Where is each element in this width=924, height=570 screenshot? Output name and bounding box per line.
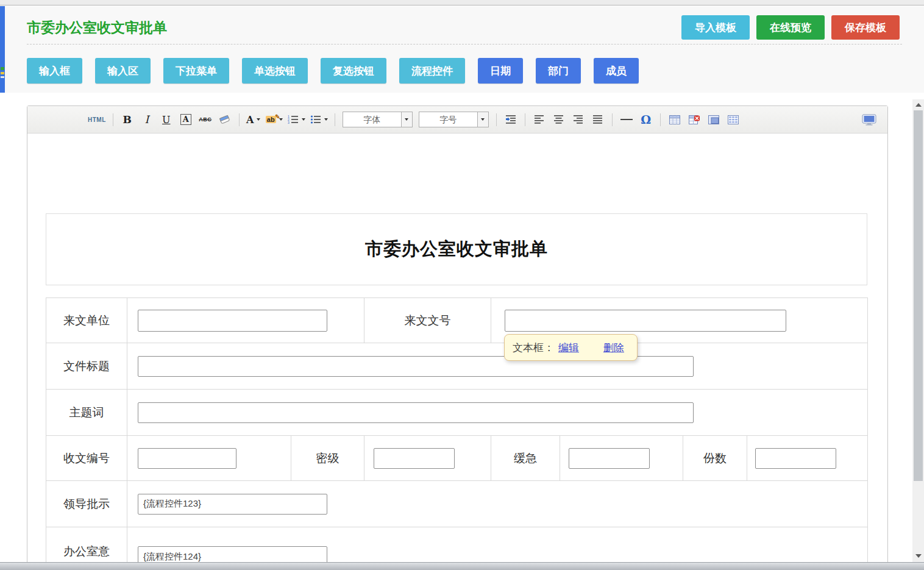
background-speck <box>1 67 4 70</box>
table-layout-icon <box>708 115 719 124</box>
add-checkbox-button[interactable]: 复选按钮 <box>321 58 386 84</box>
label-incoming-doc-number: 来文文号 <box>364 298 491 343</box>
vertical-scrollbar[interactable] <box>912 99 924 562</box>
window-bottom-bar <box>0 562 924 570</box>
header-panel: 市委办公室收文审批单 导入模板 在线预览 保存模板 输入框 输入区 下拉菜单 单… <box>5 6 924 93</box>
insert-table-button[interactable] <box>667 112 682 127</box>
font-color-icon: A <box>246 114 254 126</box>
triangle-down-icon <box>915 554 922 558</box>
label-subject-words: 主题词 <box>46 390 127 436</box>
table-properties-icon <box>728 115 739 124</box>
online-preview-button[interactable]: 在线预览 <box>756 15 825 40</box>
align-center-icon <box>553 115 564 124</box>
cell-secrecy-level <box>364 436 491 481</box>
edit-field-link[interactable]: 编辑 <box>558 341 579 355</box>
unordered-list-icon <box>310 115 321 124</box>
table-row: 领导批示 <box>46 481 868 527</box>
source-code-button[interactable]: HTML <box>88 112 106 127</box>
font-color-button[interactable]: A <box>246 112 261 127</box>
field-control-buttons: 输入框 输入区 下拉菜单 单选按钮 复选按钮 流程控件 日期 部门 成员 <box>27 58 639 84</box>
field-action-tooltip: 文本框： 编辑 删除 <box>504 334 638 361</box>
add-radio-button[interactable]: 单选按钮 <box>242 58 308 84</box>
ordered-list-button[interactable]: 1 2 3 <box>288 112 305 127</box>
add-department-button[interactable]: 部门 <box>536 58 581 84</box>
form-title: 市委办公室收文审批单 <box>365 237 548 262</box>
highlight-color-button[interactable]: ab <box>266 112 283 127</box>
add-flow-control-button[interactable]: 流程控件 <box>399 58 465 84</box>
urgency-input[interactable] <box>569 448 650 469</box>
add-dropdown-button[interactable]: 下拉菜单 <box>163 58 229 84</box>
delete-table-icon <box>689 115 700 124</box>
header-actions: 导入模板 在线预览 保存模板 <box>681 15 900 40</box>
label-document-title: 文件标题 <box>46 343 127 390</box>
font-style-button[interactable]: A <box>179 112 193 127</box>
scrollbar-up-arrow[interactable] <box>912 99 924 110</box>
table-row: 主题词 <box>46 390 868 436</box>
align-center-button[interactable] <box>552 112 566 127</box>
fullscreen-button[interactable] <box>862 112 876 127</box>
table-properties-button[interactable] <box>726 112 741 127</box>
align-right-icon <box>573 115 583 124</box>
copies-input[interactable] <box>755 448 836 469</box>
underline-button[interactable]: U <box>159 112 174 127</box>
special-character-button[interactable]: Ω <box>639 112 653 127</box>
align-justify-icon <box>592 115 603 124</box>
unordered-list-button[interactable] <box>310 112 328 127</box>
editor-toolbar: HTML B I U A ABC A ab 1 2 <box>27 106 887 134</box>
align-right-button[interactable] <box>571 112 586 127</box>
form-title-block[interactable]: 市委办公室收文审批单 <box>46 213 867 285</box>
add-input-box-button[interactable]: 输入框 <box>27 58 82 84</box>
delete-field-link[interactable]: 删除 <box>603 341 624 355</box>
chevron-down-icon <box>324 118 328 121</box>
highlight-icon: ab <box>266 116 276 123</box>
eraser-icon <box>219 115 231 125</box>
strikethrough-button[interactable]: ABC <box>198 112 213 127</box>
incoming-unit-input[interactable] <box>138 310 327 332</box>
font-family-select[interactable]: 字体 <box>343 112 413 127</box>
cell-copies <box>747 436 868 481</box>
align-left-button[interactable] <box>532 112 547 127</box>
label-urgency: 缓急 <box>491 436 560 481</box>
add-member-button[interactable]: 成员 <box>594 58 639 84</box>
italic-button[interactable]: I <box>140 112 154 127</box>
secrecy-level-input[interactable] <box>374 448 455 469</box>
scrollbar-down-arrow[interactable] <box>912 550 924 561</box>
font-family-dropdown[interactable] <box>401 112 412 127</box>
background-page-strip <box>0 6 5 93</box>
toolbar-separator <box>239 113 240 126</box>
scrollbar-thumb[interactable] <box>914 110 923 481</box>
save-template-button[interactable]: 保存模板 <box>831 15 900 40</box>
font-size-select[interactable]: 字号 <box>419 112 489 127</box>
chevron-down-icon <box>257 118 260 121</box>
approval-form-table: 来文单位 来文文号 文件标题 主题词 收文编号 密级 缓急 份数 <box>46 297 868 570</box>
dotted-divider <box>27 44 902 45</box>
font-size-value: 字号 <box>419 112 477 127</box>
add-date-button[interactable]: 日期 <box>478 58 523 84</box>
table-row: 文件标题 <box>46 343 868 390</box>
font-style-icon: A <box>180 114 191 125</box>
toolbar-separator <box>660 113 661 126</box>
fullscreen-monitor-icon <box>862 114 876 126</box>
incoming-doc-number-input[interactable] <box>505 310 786 332</box>
toolbar-separator <box>496 113 497 126</box>
delete-table-button[interactable] <box>687 112 702 127</box>
chevron-down-icon <box>302 118 305 121</box>
remove-format-button[interactable] <box>218 112 232 127</box>
cell-incoming-unit <box>127 298 364 343</box>
subject-words-input[interactable] <box>138 402 694 423</box>
bold-button[interactable]: B <box>120 112 135 127</box>
add-textarea-button[interactable]: 输入区 <box>95 58 151 84</box>
cell-document-title <box>127 343 868 390</box>
align-justify-button[interactable] <box>591 112 605 127</box>
indent-icon <box>505 115 516 124</box>
import-template-button[interactable]: 导入模板 <box>681 15 750 40</box>
leader-comments-input[interactable] <box>138 494 327 515</box>
horizontal-rule-button[interactable] <box>619 112 634 127</box>
label-incoming-unit: 来文单位 <box>46 298 127 343</box>
label-leader-comments: 领导批示 <box>46 481 127 527</box>
table-layout-button[interactable] <box>706 112 721 127</box>
indent-button[interactable] <box>503 112 518 127</box>
font-size-dropdown[interactable] <box>477 112 488 127</box>
receipt-number-input[interactable] <box>138 448 236 469</box>
table-row: 收文编号 密级 缓急 份数 <box>46 436 868 481</box>
